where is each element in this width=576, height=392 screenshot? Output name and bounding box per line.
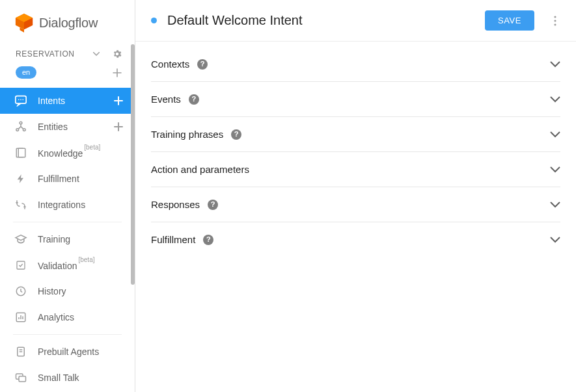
section-title: Fulfillment <box>151 234 195 245</box>
gear-icon[interactable] <box>111 48 123 60</box>
section-title: Training phrases <box>151 129 223 140</box>
fulfillment-icon <box>14 172 27 185</box>
small-talk-icon <box>14 371 27 384</box>
sidebar-item-label: Integrations <box>38 200 123 210</box>
history-icon <box>14 285 27 298</box>
svg-rect-18 <box>19 376 26 382</box>
svg-rect-13 <box>17 261 25 269</box>
chevron-down-icon <box>550 202 560 208</box>
logo[interactable]: Dialogflow <box>0 0 135 44</box>
svg-rect-12 <box>18 148 25 157</box>
svg-point-6 <box>20 99 21 101</box>
scrollbar-track <box>131 0 135 392</box>
sidebar-item-validation[interactable]: Validation[beta] <box>0 252 135 278</box>
sidebar-item-label: Training <box>38 234 123 244</box>
chevron-down-icon <box>550 96 560 103</box>
sidebar-item-analytics[interactable]: Analytics <box>0 304 135 330</box>
validation-icon <box>14 259 27 272</box>
svg-point-20 <box>554 20 556 21</box>
sidebar-item-fulfillment[interactable]: Fulfillment <box>0 166 135 192</box>
analytics-icon <box>14 311 27 324</box>
sidebar-item-label: Entities <box>38 122 103 132</box>
language-pill[interactable]: en <box>16 66 36 79</box>
sidebar-item-intents[interactable]: Intents <box>0 88 135 114</box>
sidebar-item-history[interactable]: History <box>0 278 135 304</box>
section-title: Contexts <box>151 59 189 70</box>
section-title: Events <box>151 94 181 105</box>
help-icon[interactable]: ? <box>189 94 199 105</box>
logo-text: Dialogflow <box>39 16 98 31</box>
sidebar-item-integrations[interactable]: Integrations <box>0 192 135 218</box>
sidebar-item-label: Fulfillment <box>38 174 123 184</box>
caret-down-icon[interactable] <box>90 48 102 60</box>
svg-point-5 <box>18 99 20 101</box>
knowledge-icon <box>14 146 27 159</box>
svg-point-7 <box>22 99 23 101</box>
chevron-down-icon <box>550 166 560 173</box>
sidebar-item-label: Intents <box>38 96 103 106</box>
divider <box>13 334 122 335</box>
section-action-parameters[interactable]: Action and parameters <box>151 152 560 187</box>
entities-icon <box>14 120 27 133</box>
more-menu-icon[interactable] <box>545 10 566 31</box>
section-fulfillment[interactable]: Fulfillment ? <box>151 222 560 257</box>
sidebar-item-training[interactable]: Training <box>0 226 135 252</box>
integrations-icon <box>14 198 27 211</box>
chevron-down-icon <box>550 131 560 138</box>
add-language-icon[interactable] <box>111 67 123 79</box>
agent-name[interactable]: RESERVATION <box>16 49 75 59</box>
svg-point-8 <box>20 122 22 124</box>
chevron-down-icon <box>550 237 560 243</box>
main: SAVE Contexts ? Events ? Tra <box>135 0 576 392</box>
sidebar-item-small-talk[interactable]: Small Talk <box>0 365 135 391</box>
prebuilt-agents-icon <box>14 345 27 358</box>
help-icon[interactable]: ? <box>197 59 208 70</box>
svg-point-21 <box>554 23 556 25</box>
scrollbar-thumb[interactable] <box>131 44 135 285</box>
help-icon[interactable]: ? <box>208 200 218 210</box>
section-contexts[interactable]: Contexts ? <box>151 47 560 82</box>
sidebar-item-label: Knowledge[beta] <box>38 147 123 159</box>
sidebar-item-label: Prebuilt Agents <box>38 346 123 357</box>
sidebar: Dialogflow RESERVATION en Intents <box>0 0 135 392</box>
status-dot <box>151 18 157 23</box>
add-entity-icon[interactable] <box>114 122 123 131</box>
section-training-phrases[interactable]: Training phrases ? <box>151 117 560 152</box>
agent-header: RESERVATION <box>0 44 135 66</box>
chevron-down-icon <box>550 61 560 68</box>
training-icon <box>14 233 27 246</box>
section-title: Responses <box>151 199 200 210</box>
help-icon[interactable]: ? <box>231 129 241 140</box>
save-button[interactable]: SAVE <box>485 10 534 31</box>
topbar: SAVE <box>135 0 576 42</box>
intents-icon <box>14 94 27 107</box>
dialogflow-logo-icon <box>14 13 34 33</box>
sidebar-item-label: Small Talk <box>38 372 123 383</box>
sidebar-item-entities[interactable]: Entities <box>0 114 135 140</box>
sidebar-item-prebuilt-agents[interactable]: Prebuilt Agents <box>0 339 135 365</box>
section-responses[interactable]: Responses ? <box>151 187 560 222</box>
svg-point-19 <box>554 16 556 18</box>
section-events[interactable]: Events ? <box>151 82 560 117</box>
divider <box>13 222 122 222</box>
sidebar-item-knowledge[interactable]: Knowledge[beta] <box>0 140 135 166</box>
section-title: Action and parameters <box>151 164 249 175</box>
help-icon[interactable]: ? <box>203 235 213 245</box>
agent-lang-row: en <box>0 66 135 88</box>
sidebar-item-label: History <box>38 286 123 296</box>
sidebar-item-label: Validation[beta] <box>38 259 123 271</box>
intent-title-input[interactable] <box>167 13 474 28</box>
sidebar-item-label: Analytics <box>38 312 123 322</box>
sections-list: Contexts ? Events ? Training phrases ? <box>135 42 576 262</box>
add-intent-icon[interactable] <box>114 96 123 105</box>
